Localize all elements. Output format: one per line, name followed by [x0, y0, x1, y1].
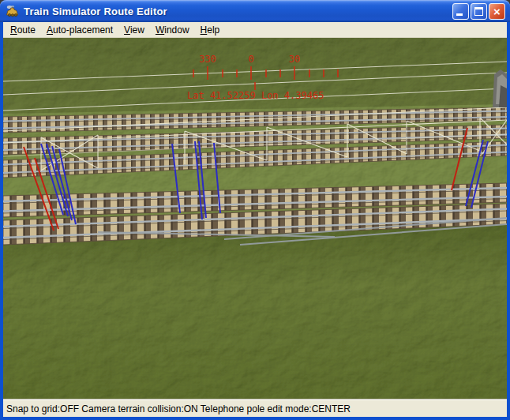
compass-label-330: 330	[199, 54, 216, 65]
compass-label-0: 0	[248, 54, 253, 65]
menu-route[interactable]: Route	[5, 23, 41, 37]
menu-bar: Route Auto-placement View Window Help	[3, 22, 507, 38]
compass-label-30: 30	[289, 54, 300, 65]
window-controls: ×	[452, 3, 505, 20]
maximize-icon	[474, 7, 483, 16]
menu-view[interactable]: View	[118, 23, 150, 37]
distant-structure	[493, 69, 507, 107]
maximize-button[interactable]	[471, 3, 487, 20]
steam-locomotive-icon[interactable]	[6, 5, 20, 17]
window-title: Train Simulator Route Editor	[24, 6, 452, 17]
minimize-button[interactable]	[452, 3, 469, 20]
minimize-icon	[456, 13, 463, 16]
status-bar: Snap to grid:OFF Camera terrain collisio…	[3, 399, 507, 417]
status-text: Snap to grid:OFF Camera terrain collisio…	[6, 403, 351, 414]
viewport-3d[interactable]: 330 0 30 Lat 41.52259 Lon 4.39465	[3, 38, 507, 399]
close-button[interactable]: ×	[489, 3, 505, 20]
app-window: Train Simulator Route Editor × Route Aut…	[0, 0, 510, 420]
menu-auto-placement[interactable]: Auto-placement	[41, 23, 118, 37]
titlebar[interactable]: Train Simulator Route Editor ×	[0, 0, 510, 22]
menu-window[interactable]: Window	[150, 23, 195, 37]
menu-help[interactable]: Help	[195, 23, 226, 37]
lat-lon-readout: Lat 41.52259 Lon 4.39465	[187, 90, 324, 101]
close-icon: ×	[489, 4, 504, 19]
